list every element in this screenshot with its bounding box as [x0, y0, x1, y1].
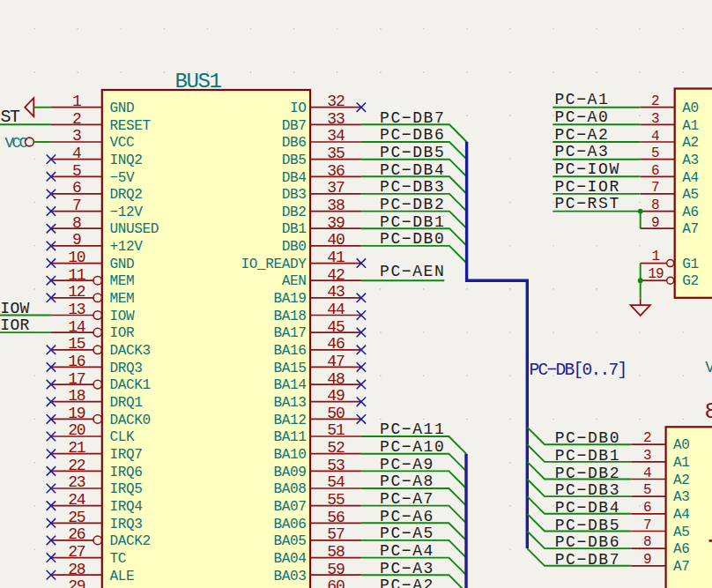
svg-text:DACK3: DACK3 [110, 343, 151, 359]
svg-text:BA04: BA04 [273, 551, 306, 567]
svg-text:A0: A0 [673, 437, 690, 453]
svg-text:IOR: IOR [110, 325, 136, 341]
svg-text:A5: A5 [682, 187, 699, 203]
svg-text:PC−A3: PC−A3 [380, 560, 434, 577]
svg-text:A4: A4 [673, 507, 690, 523]
svg-text:7: 7 [651, 180, 659, 196]
svg-text:DB3: DB3 [282, 187, 307, 203]
svg-text:IRQ4: IRQ4 [110, 499, 143, 515]
svg-text:55: 55 [327, 491, 345, 509]
svg-text:PC−A3: PC−A3 [554, 143, 609, 160]
svg-text:38: 38 [327, 197, 345, 214]
svg-text:PC−A1: PC−A1 [554, 91, 609, 108]
svg-text:6: 6 [72, 179, 81, 197]
svg-text:2: 2 [651, 93, 659, 109]
svg-text:A4: A4 [682, 170, 699, 186]
svg-text:13: 13 [68, 301, 85, 318]
svg-text:46: 46 [327, 335, 345, 353]
svg-text:40: 40 [327, 231, 345, 249]
svg-text:A7: A7 [673, 559, 690, 575]
svg-text:PC−A6: PC−A6 [380, 508, 434, 525]
svg-text:39: 39 [327, 214, 345, 232]
svg-text:8: 8 [72, 214, 81, 232]
svg-text:36: 36 [327, 162, 345, 180]
svg-text:19: 19 [68, 405, 85, 422]
svg-text:DB6: DB6 [282, 135, 307, 151]
svg-text:51: 51 [327, 421, 345, 439]
svg-text:PC−DB4: PC−DB4 [555, 499, 620, 517]
svg-text:29: 29 [68, 577, 85, 588]
svg-text:PC−AEN: PC−AEN [380, 263, 445, 280]
svg-text:9: 9 [643, 552, 651, 568]
svg-text:7: 7 [643, 517, 651, 533]
svg-text:1: 1 [72, 93, 81, 110]
svg-text:PC−A2: PC−A2 [554, 126, 609, 144]
svg-text:PC−DB4: PC−DB4 [380, 161, 445, 179]
svg-text:DB7: DB7 [282, 118, 307, 134]
svg-text:43: 43 [327, 283, 345, 301]
svg-text:BA08: BA08 [273, 481, 306, 497]
svg-text:60: 60 [327, 577, 345, 588]
svg-text:BA09: BA09 [273, 465, 306, 480]
svg-text:AEN: AEN [282, 273, 307, 289]
svg-text:A2: A2 [682, 135, 699, 151]
svg-text:49: 49 [327, 387, 345, 405]
svg-text:41: 41 [327, 249, 345, 266]
svg-text:BUS1: BUS1 [175, 70, 222, 93]
svg-text:IO: IO [290, 100, 307, 116]
svg-text:DB2: DB2 [282, 205, 307, 220]
svg-text:15: 15 [68, 335, 85, 353]
svg-text:IRQ5: IRQ5 [110, 481, 143, 497]
svg-text:PC−A10: PC−A10 [380, 438, 445, 456]
svg-text:PC−DB[0..7]: PC−DB[0..7] [530, 361, 627, 380]
svg-text:33: 33 [327, 110, 345, 128]
svg-text:−5V: −5V [110, 170, 136, 186]
svg-text:17: 17 [68, 370, 85, 388]
svg-text:BA05: BA05 [273, 533, 306, 549]
svg-text:MEM: MEM [110, 273, 135, 289]
svg-text:IOW: IOW [0, 300, 29, 317]
svg-text:10: 10 [68, 249, 85, 266]
svg-text:PC−DB0: PC−DB0 [380, 230, 445, 248]
svg-text:A3: A3 [673, 489, 690, 505]
svg-text:PC−DB6: PC−DB6 [380, 126, 445, 144]
svg-text:16: 16 [68, 353, 85, 370]
svg-text:32: 32 [327, 93, 345, 110]
svg-text:PC−DB5: PC−DB5 [555, 517, 620, 534]
svg-text:28: 28 [68, 561, 85, 578]
svg-text:21: 21 [68, 439, 85, 457]
svg-text:54: 54 [327, 473, 345, 491]
svg-text:VCC: VCC [5, 135, 28, 152]
svg-text:42: 42 [327, 266, 345, 284]
svg-text:IRQ3: IRQ3 [110, 517, 143, 532]
svg-text:4: 4 [643, 465, 651, 481]
svg-text:−12V: −12V [110, 205, 144, 220]
svg-text:PC−RST: PC−RST [554, 195, 619, 212]
svg-text:BA18: BA18 [273, 309, 306, 324]
svg-text:BA16: BA16 [273, 343, 306, 359]
svg-text:BA19: BA19 [273, 291, 306, 307]
svg-text:PC−A2: PC−A2 [380, 577, 434, 588]
svg-text:52: 52 [327, 439, 345, 457]
svg-text:DACK2: DACK2 [110, 533, 151, 549]
svg-text:20: 20 [68, 421, 85, 439]
svg-text:57: 57 [327, 525, 345, 543]
svg-text:5: 5 [643, 482, 651, 498]
svg-text:INQ2: INQ2 [110, 153, 143, 168]
svg-text:8: 8 [643, 534, 651, 550]
svg-text:34: 34 [327, 127, 345, 145]
svg-text:22: 22 [68, 457, 85, 474]
svg-text:3: 3 [643, 448, 651, 464]
svg-text:+12V: +12V [110, 239, 144, 255]
svg-text:59: 59 [327, 561, 345, 578]
svg-text:BA07: BA07 [273, 499, 306, 515]
svg-text:PC−DB1: PC−DB1 [380, 213, 445, 231]
svg-text:A7: A7 [682, 221, 699, 237]
svg-text:PC−DB3: PC−DB3 [380, 178, 445, 196]
svg-text:RESET: RESET [110, 118, 151, 134]
svg-text:18: 18 [68, 387, 85, 405]
svg-text:DRQ3: DRQ3 [110, 361, 143, 376]
svg-text:25: 25 [68, 509, 85, 526]
svg-text:PC−A0: PC−A0 [554, 108, 609, 126]
svg-text:PC−DB3: PC−DB3 [555, 481, 620, 499]
